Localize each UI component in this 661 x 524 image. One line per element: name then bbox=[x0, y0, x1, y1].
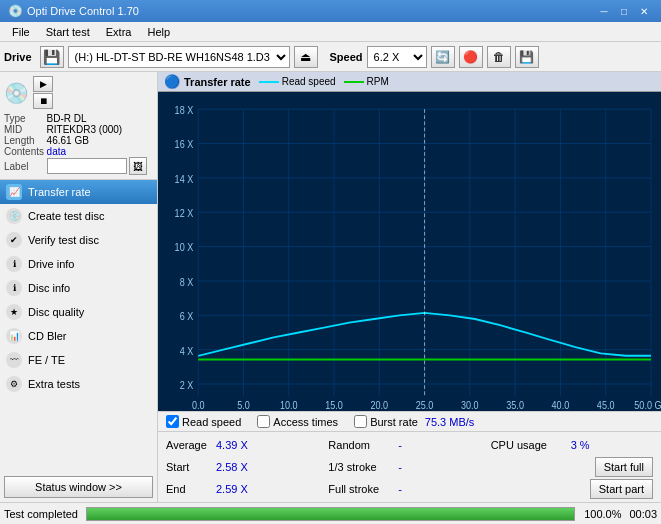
close-button[interactable]: ✕ bbox=[635, 3, 653, 19]
disc-label-row: Label 🖼 bbox=[4, 157, 153, 175]
burst-rate-checkbox[interactable] bbox=[354, 415, 367, 428]
nav-item-fe-te[interactable]: 〰 FE / TE bbox=[0, 348, 157, 372]
delete-button[interactable]: 🗑 bbox=[487, 46, 511, 68]
nav-section: 📈 Transfer rate 💿 Create test disc ✔ Ver… bbox=[0, 180, 157, 472]
transfer-rate-icon: 📈 bbox=[6, 184, 22, 200]
disc-info-table: Type BD-R DL MID RITEKDR3 (000) Length 4… bbox=[4, 113, 153, 175]
start-value: 2.58 X bbox=[216, 461, 256, 473]
nav-item-extra-tests[interactable]: ⚙ Extra tests bbox=[0, 372, 157, 396]
svg-text:35.0: 35.0 bbox=[506, 399, 524, 411]
window-controls: ─ □ ✕ bbox=[595, 3, 653, 19]
burst-rate-value: 75.3 MB/s bbox=[425, 416, 475, 428]
titlebar: 💿 Opti Drive Control 1.70 ─ □ ✕ bbox=[0, 0, 661, 22]
avg-label: Average bbox=[166, 439, 216, 451]
length-value: 46.61 GB bbox=[47, 135, 153, 146]
app-icon: 💿 bbox=[8, 4, 23, 18]
refresh-button[interactable]: 🔄 bbox=[431, 46, 455, 68]
progress-bar-fill bbox=[87, 508, 574, 520]
menu-help[interactable]: Help bbox=[139, 22, 178, 41]
nav-label-extra-tests: Extra tests bbox=[28, 378, 80, 390]
create-test-icon: 💿 bbox=[6, 208, 22, 224]
menu-start-test[interactable]: Start test bbox=[38, 22, 98, 41]
nav-label-create: Create test disc bbox=[28, 210, 104, 222]
read-speed-checkbox[interactable] bbox=[166, 415, 179, 428]
stat-stroke1: 1/3 stroke - bbox=[328, 461, 490, 473]
svg-text:2 X: 2 X bbox=[180, 379, 194, 391]
disc-length-row: Length 46.61 GB bbox=[4, 135, 153, 146]
disc-btn1[interactable]: ▶ bbox=[33, 76, 53, 92]
cd-bler-icon: 📊 bbox=[6, 328, 22, 344]
disc-info-icon: ℹ bbox=[6, 280, 22, 296]
status-window-btn[interactable]: Status window >> bbox=[4, 476, 153, 498]
nav-item-cd-bler[interactable]: 📊 CD Bler bbox=[0, 324, 157, 348]
svg-text:0.0: 0.0 bbox=[192, 399, 205, 411]
disc-btn2[interactable]: ⏹ bbox=[33, 93, 53, 109]
svg-text:15.0: 15.0 bbox=[325, 399, 343, 411]
nav-label-fe-te: FE / TE bbox=[28, 354, 65, 366]
access-times-checkbox[interactable] bbox=[257, 415, 270, 428]
stat-average: Average 4.39 X bbox=[166, 439, 328, 451]
speed-select[interactable]: 6.2 X bbox=[367, 46, 427, 68]
menu-extra[interactable]: Extra bbox=[98, 22, 140, 41]
disc-contents-row: Contents data bbox=[4, 146, 153, 157]
checkbox-access-times: Access times bbox=[257, 415, 338, 428]
random-label: Random bbox=[328, 439, 398, 451]
fe-te-icon: 〰 bbox=[6, 352, 22, 368]
menu-file[interactable]: File bbox=[4, 22, 38, 41]
svg-text:45.0: 45.0 bbox=[597, 399, 615, 411]
stats-row-3: End 2.59 X Full stroke - Start part bbox=[158, 478, 661, 500]
svg-text:20.0: 20.0 bbox=[371, 399, 389, 411]
cpu-label: CPU usage bbox=[491, 439, 571, 451]
stats-row-1: Average 4.39 X Random - CPU usage 3 % bbox=[158, 434, 661, 456]
cpu-value: 3 % bbox=[571, 439, 601, 451]
chart-container: 18 X 16 X 14 X 12 X 10 X 8 X 6 X 4 X 2 X… bbox=[158, 92, 661, 411]
menubar: File Start test Extra Help bbox=[0, 22, 661, 42]
nav-label-verify: Verify test disc bbox=[28, 234, 99, 246]
checkbox-burst-rate: Burst rate 75.3 MB/s bbox=[354, 415, 474, 428]
contents-value[interactable]: data bbox=[47, 146, 153, 157]
stats-section: Average 4.39 X Random - CPU usage 3 % St… bbox=[158, 432, 661, 502]
svg-text:16 X: 16 X bbox=[175, 139, 194, 151]
stat-start: Start 2.58 X bbox=[166, 461, 328, 473]
nav-label-disc-quality: Disc quality bbox=[28, 306, 84, 318]
chart-svg: 18 X 16 X 14 X 12 X 10 X 8 X 6 X 4 X 2 X… bbox=[158, 92, 661, 411]
minimize-button[interactable]: ─ bbox=[595, 3, 613, 19]
nav-item-disc-quality[interactable]: ★ Disc quality bbox=[0, 300, 157, 324]
svg-text:6 X: 6 X bbox=[180, 310, 194, 322]
nav-item-transfer-rate[interactable]: 📈 Transfer rate bbox=[0, 180, 157, 204]
svg-text:18 X: 18 X bbox=[175, 104, 194, 116]
stats-row-2: Start 2.58 X 1/3 stroke - Start full bbox=[158, 456, 661, 478]
burst-rate-label: Burst rate bbox=[370, 416, 418, 428]
start-full-button[interactable]: Start full bbox=[595, 457, 653, 477]
access-times-label: Access times bbox=[273, 416, 338, 428]
save-button[interactable]: 💾 bbox=[515, 46, 539, 68]
nav-item-drive-info[interactable]: ℹ Drive info bbox=[0, 252, 157, 276]
nav-label-cd-bler: CD Bler bbox=[28, 330, 67, 342]
end-value: 2.59 X bbox=[216, 483, 256, 495]
drive-select[interactable]: (H:) HL-DT-ST BD-RE WH16NS48 1.D3 bbox=[68, 46, 290, 68]
label-input[interactable] bbox=[47, 158, 127, 174]
nav-item-verify-test-disc[interactable]: ✔ Verify test disc bbox=[0, 228, 157, 252]
burn-button[interactable]: 🔴 bbox=[459, 46, 483, 68]
progress-pct: 100.0% bbox=[583, 508, 621, 520]
drive-icon-btn[interactable]: 💾 bbox=[40, 46, 64, 68]
mid-label: MID bbox=[4, 124, 47, 135]
nav-label-disc-info: Disc info bbox=[28, 282, 70, 294]
stroke1-value: - bbox=[398, 461, 418, 473]
svg-text:40.0: 40.0 bbox=[552, 399, 570, 411]
extra-tests-icon: ⚙ bbox=[6, 376, 22, 392]
label-browse-btn[interactable]: 🖼 bbox=[129, 157, 147, 175]
svg-text:50.0 GB: 50.0 GB bbox=[634, 399, 661, 411]
disc-section: 💿 ▶ ⏹ Type BD-R DL MID RITEKDR3 (000) Le… bbox=[0, 72, 157, 180]
maximize-button[interactable]: □ bbox=[615, 3, 633, 19]
read-speed-label: Read speed bbox=[182, 416, 241, 428]
drive-label: Drive bbox=[4, 51, 32, 63]
nav-item-create-test-disc[interactable]: 💿 Create test disc bbox=[0, 204, 157, 228]
svg-text:30.0: 30.0 bbox=[461, 399, 479, 411]
eject-button[interactable]: ⏏ bbox=[294, 46, 318, 68]
checkbox-read-speed: Read speed bbox=[166, 415, 241, 428]
drive-toolbar: Drive 💾 (H:) HL-DT-ST BD-RE WH16NS48 1.D… bbox=[0, 42, 661, 72]
nav-item-disc-info[interactable]: ℹ Disc info bbox=[0, 276, 157, 300]
stat-stroke2: Full stroke - bbox=[328, 483, 490, 495]
start-part-button[interactable]: Start part bbox=[590, 479, 653, 499]
